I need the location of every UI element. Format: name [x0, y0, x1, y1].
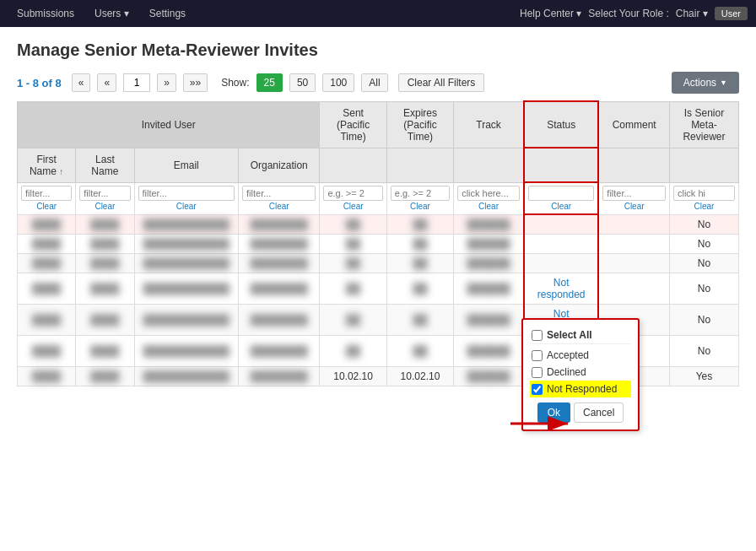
filter-status-clear[interactable]: Clear: [528, 202, 594, 211]
filter-lastname-input[interactable]: [79, 186, 130, 201]
page-last-button[interactable]: »»: [183, 73, 208, 92]
filter-org-input[interactable]: [242, 186, 316, 201]
filter-firstname-input[interactable]: [21, 186, 72, 201]
filter-sent-input[interactable]: [323, 186, 382, 201]
cell-sent: ██: [320, 335, 386, 366]
col-comment-header: Comment: [598, 101, 669, 148]
filter-status-input[interactable]: [528, 186, 594, 201]
cell-expires: ██: [386, 214, 453, 234]
cell-email: ████████████: [134, 304, 239, 335]
cell-comment: [598, 234, 669, 253]
filter-comment-clear[interactable]: Clear: [602, 202, 666, 211]
popup-option-declined[interactable]: Declined: [530, 364, 631, 381]
filter-issenior: Clear: [669, 182, 738, 214]
col-org-header: Organization: [239, 148, 320, 182]
filter-comment: Clear: [598, 182, 669, 214]
pagination-info: 1 - 8 of 8: [17, 77, 62, 89]
not-responded-checkbox[interactable]: [532, 384, 543, 395]
col-track-header: Track: [454, 101, 524, 148]
cell-email: ████████████: [134, 214, 239, 234]
declined-label: Declined: [547, 366, 586, 378]
cell-issenior: No: [669, 335, 738, 366]
col-issenior-header: Is SeniorMeta-Reviewer: [669, 101, 738, 148]
cell-org: ████████: [239, 366, 320, 386]
table-container: Invited User Sent(PacificTime) Expires(P…: [0, 100, 756, 387]
filter-expires-input[interactable]: [391, 186, 450, 201]
cell-issenior: No: [669, 304, 738, 335]
filter-email-input[interactable]: [138, 186, 235, 201]
show-all-button[interactable]: All: [361, 73, 387, 92]
invited-user-group-header: Invited User: [18, 101, 320, 148]
cell-email: ████████████: [134, 273, 239, 304]
col-track-subheader: [454, 148, 524, 182]
cell-org: ████████: [239, 273, 320, 304]
cell-firstname: ████: [18, 304, 76, 335]
popup-cancel-button[interactable]: Cancel: [574, 402, 624, 423]
user-avatar[interactable]: User: [715, 7, 748, 20]
nav-settings[interactable]: Settings: [141, 4, 194, 23]
cell-issenior: No: [669, 234, 738, 253]
filter-firstname: Clear: [18, 182, 76, 214]
filter-track-input[interactable]: [457, 186, 520, 201]
col-sent-subheader: [320, 148, 386, 182]
table-row: ████ ████ ████████████ ████████ ██ ██ ██…: [18, 214, 739, 234]
cell-issenior: No: [669, 253, 738, 273]
cell-email: ████████████: [134, 335, 239, 366]
filter-lastname-clear[interactable]: Clear: [79, 202, 130, 211]
select-all-checkbox[interactable]: [532, 330, 543, 341]
col-status-header: Status: [524, 101, 598, 148]
sort-arrow-icon: ↑: [59, 167, 63, 176]
col-firstname-header: FirstName ↑: [18, 148, 76, 182]
filter-status: Clear: [524, 182, 598, 214]
filter-sent-clear[interactable]: Clear: [323, 202, 382, 211]
page-next-button[interactable]: »: [157, 73, 176, 92]
popup-option-not-responded[interactable]: Not Responded: [530, 381, 631, 397]
show-100-button[interactable]: 100: [322, 73, 354, 92]
cell-expires: 10.02.10: [386, 366, 453, 386]
cell-firstname: ████: [18, 335, 76, 366]
cell-firstname: ████: [18, 214, 76, 234]
cell-sent: ██: [320, 273, 386, 304]
cell-firstname: ████: [18, 273, 76, 304]
page-first-button[interactable]: «: [72, 73, 91, 92]
filter-expires-clear[interactable]: Clear: [391, 202, 450, 211]
filter-firstname-clear[interactable]: Clear: [21, 202, 72, 211]
col-sent-header: Sent(PacificTime): [320, 101, 386, 148]
cell-comment: [598, 253, 669, 273]
filter-comment-input[interactable]: [602, 186, 666, 201]
popup-option-accepted[interactable]: Accepted: [530, 347, 631, 364]
nav-role-selector[interactable]: Chair ▾: [676, 8, 708, 19]
nav-help-center[interactable]: Help Center ▾: [520, 8, 581, 19]
cell-track: ██████: [454, 234, 524, 253]
filter-expires: Clear: [386, 182, 453, 214]
filter-track: Clear: [454, 182, 524, 214]
accepted-label: Accepted: [547, 349, 589, 361]
filter-track-clear[interactable]: Clear: [457, 202, 520, 211]
nav-users[interactable]: Users ▾: [86, 4, 138, 23]
filter-org-clear[interactable]: Clear: [242, 202, 316, 211]
cell-sent: 10.02.10: [320, 366, 386, 386]
actions-button[interactable]: Actions ▼: [672, 72, 739, 94]
col-email-header: Email: [134, 148, 239, 182]
accepted-checkbox[interactable]: [532, 350, 543, 361]
cell-expires: ██: [386, 273, 453, 304]
clear-all-filters-button[interactable]: Clear All Filters: [398, 73, 485, 92]
show-25-button[interactable]: 25: [256, 73, 283, 92]
page-prev-button[interactable]: «: [97, 73, 116, 92]
filter-email-clear[interactable]: Clear: [138, 202, 235, 211]
nav-submissions[interactable]: Submissions: [8, 4, 83, 23]
cell-lastname: ████: [76, 366, 134, 386]
toolbar: 1 - 8 of 8 « « » »» Show: 25 50 100 All …: [0, 68, 756, 100]
cell-expires: ██: [386, 304, 453, 335]
declined-checkbox[interactable]: [532, 367, 543, 378]
filter-issenior-input[interactable]: [673, 186, 735, 201]
filter-issenior-clear[interactable]: Clear: [673, 202, 735, 211]
not-responded-label: Not Responded: [547, 383, 617, 395]
cell-lastname: ████: [76, 234, 134, 253]
show-50-button[interactable]: 50: [289, 73, 316, 92]
cell-email: ████████████: [134, 253, 239, 273]
cell-issenior: No: [669, 273, 738, 304]
cell-firstname: ████: [18, 234, 76, 253]
col-lastname-header: Last Name: [76, 148, 134, 182]
page-number-input[interactable]: [123, 73, 150, 92]
